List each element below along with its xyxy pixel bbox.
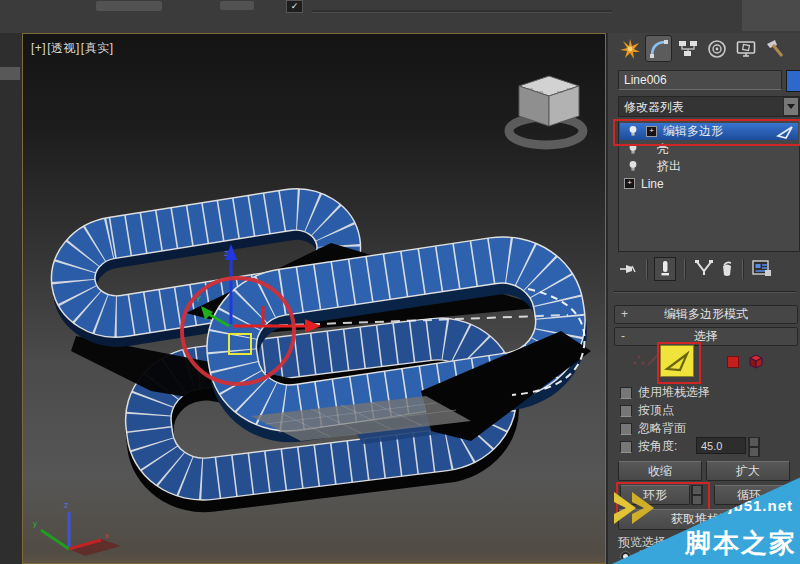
polygon-icon[interactable] — [726, 355, 740, 369]
utilities-icon — [765, 39, 785, 59]
stack-row-line[interactable]: + Line — [620, 175, 798, 192]
pin-stack-icon[interactable] — [620, 261, 638, 277]
modifier-list-dropdown[interactable]: 修改器列表 — [618, 96, 800, 117]
stack-row-extrude[interactable]: 挤出 — [620, 158, 798, 175]
tab-hierarchy[interactable] — [674, 35, 701, 62]
viewcube[interactable] — [509, 76, 583, 145]
checkbox-label: 使用堆栈选择 — [638, 384, 710, 401]
checkbox-label: 按顶点 — [638, 402, 674, 419]
rollout-title: 选择 — [694, 329, 718, 343]
checkbox-icon[interactable] — [620, 423, 632, 435]
jb51-logo-icon — [612, 488, 664, 532]
stack-toolbar — [614, 257, 796, 281]
toolbar-check-icon[interactable]: ✓ — [286, 0, 303, 13]
perspective-viewport[interactable]: [+][透视][真实] — [22, 33, 606, 564]
ring-spinner[interactable] — [691, 485, 703, 505]
rollout-selection[interactable]: - 选择 — [614, 327, 798, 346]
grow-button[interactable]: 扩大 — [706, 461, 790, 481]
show-end-result-icon — [655, 258, 675, 280]
axis-x-label: x — [105, 531, 109, 540]
checkbox-by-angle[interactable]: 按角度: — [620, 439, 677, 454]
watermark-name: 脚本之家 — [685, 526, 797, 561]
modifier-label: 编辑多边形 — [663, 123, 723, 140]
tab-modify[interactable] — [645, 35, 672, 62]
object-name-field[interactable] — [618, 70, 782, 90]
gizmo-z-label: z — [224, 248, 229, 258]
create-icon — [620, 39, 640, 59]
modifier-label: 壳 — [657, 141, 669, 158]
expand-plus-icon[interactable]: + — [646, 126, 657, 137]
visibility-bulb-icon[interactable] — [626, 143, 640, 156]
toolbar-block — [96, 1, 162, 11]
axis-y-label: y — [33, 519, 37, 528]
rollout-toggle[interactable]: + — [621, 306, 628, 323]
make-unique-icon[interactable] — [694, 260, 714, 278]
configure-modifier-sets-icon[interactable] — [752, 259, 772, 278]
toolbar-right-block — [742, 0, 800, 31]
modifier-list-arrow-button[interactable] — [783, 97, 799, 116]
rollout-edit-poly-mode[interactable]: + 编辑多边形模式 — [614, 305, 798, 324]
main-toolbar: ✓ — [0, 0, 800, 33]
checkbox-icon[interactable] — [620, 387, 632, 399]
rollout-toggle[interactable]: - — [621, 328, 625, 345]
checkbox-label: 忽略背面 — [638, 420, 686, 437]
spinner-up-icon — [692, 485, 702, 495]
modify-icon — [649, 39, 669, 59]
border-glyph — [664, 349, 690, 373]
axis-z-label: z — [64, 500, 69, 510]
element-icon[interactable] — [746, 352, 764, 370]
modifier-stack: + 编辑多边形 壳 挤出 + Line — [618, 120, 800, 252]
modifier-label: 挤出 — [657, 158, 681, 175]
stack-row-edit-poly[interactable]: + 编辑多边形 — [620, 123, 798, 140]
remove-modifier-icon[interactable] — [720, 260, 734, 278]
checkbox-ignore-backfacing[interactable]: 忽略背面 — [620, 421, 686, 436]
expand-plus-icon[interactable]: + — [624, 178, 635, 189]
object-color-swatch[interactable] — [786, 70, 800, 92]
checkbox-by-vertex[interactable]: 按顶点 — [620, 403, 674, 418]
command-panel: 修改器列表 + 编辑多边形 壳 挤出 + Line — [608, 33, 800, 564]
world-axis-tripod: z y x — [33, 500, 121, 556]
left-edge-strip — [0, 33, 22, 564]
spinner-down-icon — [749, 447, 759, 457]
left-edge-tab — [0, 67, 20, 80]
viewport-scene: z Y z y x — [23, 34, 607, 564]
rollout-title: 编辑多边形模式 — [664, 307, 748, 321]
stack-row-shell[interactable]: 壳 — [620, 141, 798, 158]
panel-divider — [614, 291, 796, 293]
tab-utilities[interactable] — [761, 35, 788, 62]
modifier-label: Line — [641, 177, 664, 191]
shrink-button[interactable]: 收缩 — [618, 461, 702, 481]
tab-create[interactable] — [616, 35, 643, 62]
motion-icon — [707, 39, 727, 59]
chevron-down-icon — [787, 104, 795, 109]
border-icon[interactable] — [660, 345, 694, 377]
checkbox-use-stack-selection[interactable]: 使用堆栈选择 — [620, 385, 710, 400]
toolbar-groove — [312, 10, 612, 13]
hierarchy-icon — [678, 39, 698, 59]
vertex-icon[interactable] — [632, 353, 646, 367]
spinner-up-icon — [749, 437, 759, 447]
spinner-down-icon — [692, 495, 702, 505]
subobject-icon-row — [614, 345, 798, 381]
checkbox-icon[interactable] — [620, 405, 632, 417]
angle-value-field[interactable]: 45.0 — [696, 437, 746, 454]
visibility-bulb-icon[interactable] — [626, 125, 640, 138]
display-icon — [736, 39, 756, 59]
checkbox-icon[interactable] — [620, 441, 632, 453]
show-end-result-button[interactable] — [654, 257, 676, 281]
subobject-level-icon — [776, 125, 794, 139]
toolbar-block — [220, 1, 254, 10]
edge-icon[interactable] — [646, 353, 660, 367]
angle-spinner[interactable] — [748, 437, 760, 457]
visibility-bulb-icon[interactable] — [626, 160, 640, 173]
tab-motion[interactable] — [703, 35, 730, 62]
checkbox-label: 按角度: — [638, 438, 677, 455]
tab-display[interactable] — [732, 35, 759, 62]
